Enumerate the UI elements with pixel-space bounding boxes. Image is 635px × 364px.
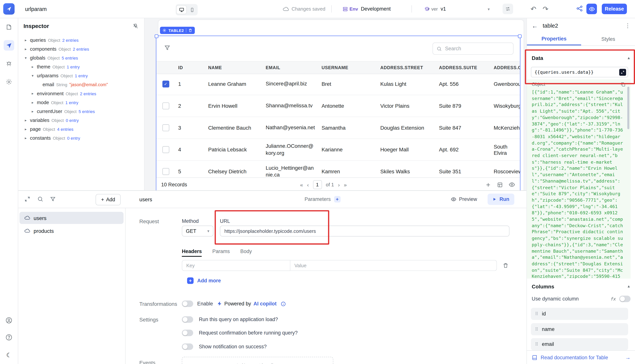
expand-panel-icon[interactable] <box>24 196 30 202</box>
row-checkbox[interactable] <box>162 102 169 109</box>
tab-headers[interactable]: Headers <box>182 249 202 257</box>
table-row[interactable]: 3Clementine Bauch Nathan@yesenia.netSama… <box>156 117 520 139</box>
tab-body[interactable]: Body <box>240 249 252 254</box>
trash-icon[interactable] <box>502 262 508 268</box>
pagination-last-icon[interactable]: » <box>344 182 347 188</box>
add-more-button[interactable]: + Add more <box>187 278 221 284</box>
eye-icon[interactable] <box>508 182 515 188</box>
column-header[interactable]: NAME <box>205 62 262 74</box>
resize-handle[interactable] <box>518 34 522 38</box>
select-all-cell[interactable] <box>156 62 175 74</box>
add-row-icon[interactable] <box>485 182 491 188</box>
query-list-item-users[interactable]: users <box>20 212 124 224</box>
pages-icon[interactable] <box>4 22 14 32</box>
preview-button[interactable]: Preview <box>446 194 481 205</box>
column-header[interactable]: ADDRESS.SUITE <box>436 62 490 74</box>
method-select[interactable]: GET▾ <box>182 226 213 236</box>
row-checkbox[interactable] <box>162 124 169 131</box>
app-preview-button[interactable] <box>586 4 597 14</box>
pagination-prev-icon[interactable]: ‹ <box>307 182 309 188</box>
inspector-node-currentUser[interactable]: ▸currentUserObject5 entries <box>18 107 144 116</box>
share-icon[interactable] <box>576 5 583 12</box>
inspector-node-queries[interactable]: ▸queriesObject2 entries <box>18 36 144 44</box>
tab-params[interactable]: Params <box>212 249 230 254</box>
inspector-icon[interactable] <box>4 40 14 51</box>
confirmation-toggle[interactable] <box>182 330 193 336</box>
page-number[interactable]: 1 <box>313 180 322 189</box>
inspector-node-constants[interactable]: ▸constantsObject0 entry <box>18 134 144 142</box>
trash-icon[interactable] <box>188 28 192 32</box>
dynamic-column-toggle[interactable] <box>619 296 630 302</box>
inspector-node-theme[interactable]: ▸themeObject1 entry <box>18 62 144 71</box>
fx-icon[interactable]: fx <box>610 296 616 302</box>
inspector-node-urlparams[interactable]: ▾urlparamsObject1 entry <box>18 71 144 80</box>
scrollbar-thumb[interactable] <box>627 87 629 129</box>
drag-handle-icon[interactable]: ⠿ <box>535 342 538 347</box>
header-value-input[interactable] <box>290 260 497 271</box>
release-button[interactable]: Release <box>602 4 627 14</box>
run-on-load-toggle[interactable] <box>182 316 193 323</box>
inspector-node-variables[interactable]: ▸variablesObject0 entry <box>18 116 144 125</box>
device-toggle[interactable] <box>176 4 198 15</box>
export-icon[interactable] <box>497 182 503 188</box>
column-item-name[interactable]: ⠿name <box>531 323 628 335</box>
version-selector[interactable]: ver v1 ▾ <box>424 0 490 18</box>
avatar-icon[interactable] <box>4 315 14 326</box>
inspector-node-page[interactable]: ▸pageObject4 entries <box>18 125 144 134</box>
pagination-first-icon[interactable]: « <box>300 182 303 188</box>
row-checkbox-checked[interactable]: ✓ <box>162 80 169 87</box>
column-header[interactable]: ID <box>175 62 205 74</box>
resize-handle[interactable] <box>155 34 158 38</box>
app-logo[interactable] <box>3 3 14 14</box>
url-input[interactable] <box>220 226 510 236</box>
row-checkbox[interactable] <box>162 146 169 153</box>
expand-editor-icon[interactable] <box>619 69 626 76</box>
drag-handle-icon[interactable]: ⠿ <box>535 326 538 332</box>
add-query-button[interactable]: +Add <box>96 194 121 205</box>
inspector-node-components[interactable]: ▸componentsObject2 entries <box>18 44 144 54</box>
drag-handle-icon[interactable]: ⠿ <box>535 311 538 316</box>
environment-selector[interactable]: Env Development ▾ <box>343 0 430 18</box>
column-header[interactable]: ADDRESS.STREET <box>377 62 436 74</box>
pagination-next-icon[interactable]: › <box>338 182 340 188</box>
debugger-icon[interactable] <box>4 58 14 68</box>
notification-toggle[interactable] <box>182 344 193 350</box>
collapse-icon[interactable]: ▲ <box>627 284 630 288</box>
undo-icon[interactable]: ↶ <box>530 0 536 18</box>
unpin-icon[interactable] <box>132 23 138 29</box>
widget-chip[interactable]: TABLE2 <box>160 27 195 34</box>
ai-copilot-link[interactable]: AI copilot <box>254 301 276 306</box>
row-checkbox[interactable] <box>162 168 169 175</box>
filter-icon[interactable] <box>50 196 56 202</box>
inspector-node-environment[interactable]: ▸environmentObject2 entries <box>18 89 144 98</box>
header-key-input[interactable] <box>182 260 290 271</box>
data-code-input[interactable]: {{queries.users.data}} <box>531 67 628 78</box>
info-icon[interactable] <box>281 301 286 306</box>
table-widget[interactable]: ID NAME EMAIL USERNAME ADDRESS.STREET AD… <box>156 36 520 190</box>
column-header[interactable]: ADDRESS.CITY <box>490 62 520 74</box>
column-item-email[interactable]: ⠿email <box>531 338 628 350</box>
tab-properties[interactable]: Properties <box>527 33 581 45</box>
table-row[interactable]: ✓ 1Leanne Graham Sincere@april.bizBret K… <box>156 73 520 95</box>
collapse-icon[interactable]: ▲ <box>627 56 630 60</box>
columns-section-header[interactable]: Columns ▲ <box>527 281 635 292</box>
filter-icon[interactable] <box>162 42 172 53</box>
table-search[interactable] <box>432 42 514 54</box>
copy-icon[interactable] <box>620 82 626 87</box>
query-list-item-products[interactable]: products <box>20 225 124 237</box>
add-parameter-icon[interactable]: + <box>334 196 340 202</box>
mobile-icon[interactable] <box>187 6 197 14</box>
search-icon[interactable] <box>37 196 43 202</box>
run-button[interactable]: Run <box>488 194 514 205</box>
help-chat-icon[interactable] <box>4 332 14 343</box>
desktop-icon[interactable] <box>176 6 186 14</box>
enable-toggle[interactable] <box>182 300 193 307</box>
inspector-node-email[interactable]: emailString"jason@email.com" <box>18 80 144 89</box>
column-header[interactable]: EMAIL <box>262 62 318 74</box>
kebab-menu-icon[interactable]: ⋮ <box>625 22 630 29</box>
redo-icon[interactable]: ↷ <box>542 0 548 18</box>
column-item-id[interactable]: ⠿id <box>531 308 628 320</box>
dark-mode-icon[interactable]: ☾ <box>4 350 14 360</box>
settings-gear-icon[interactable] <box>4 76 14 87</box>
inspector-node-mode[interactable]: ▸modeObject1 entry <box>18 98 144 107</box>
